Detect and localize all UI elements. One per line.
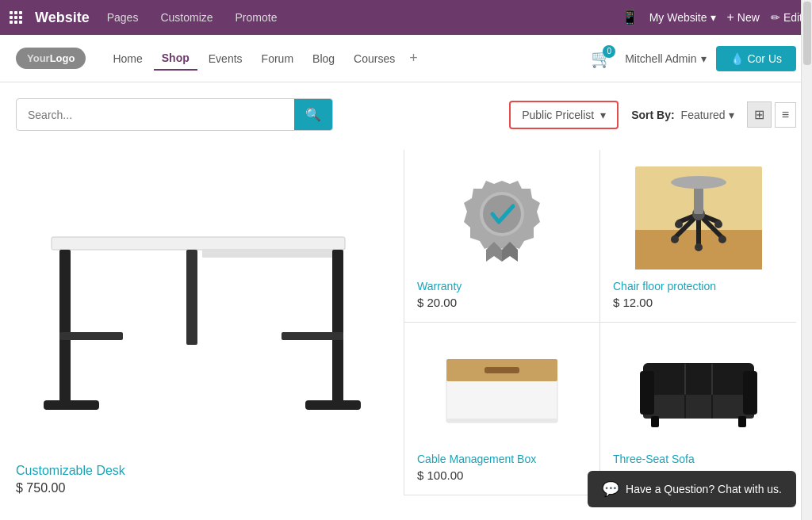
nav-right: Mitchell Admin ▾ 💧 Cor Us (625, 46, 796, 71)
svg-rect-3 (332, 250, 343, 408)
contact-button[interactable]: 💧 Cor Us (716, 46, 796, 71)
svg-point-21 (671, 235, 679, 243)
edit-button[interactable]: ✏ Edit (771, 11, 802, 24)
nav-bar: YourLogo Home Shop Events Forum Blog Cou… (0, 35, 812, 82)
product-price-warranty: $ 20.00 (417, 296, 587, 309)
featured-product-name[interactable]: Customizable Desk (16, 464, 388, 478)
featured-product: Customizable Desk $ 750.00 (16, 150, 404, 495)
add-nav-icon[interactable]: + (406, 47, 421, 70)
view-list-button[interactable]: ≡ (775, 102, 796, 128)
products-grid: Warranty $ 20.00 (404, 150, 796, 495)
svg-rect-36 (743, 371, 757, 415)
logo-area: YourLogo (16, 48, 86, 69)
warranty-image-container (417, 162, 587, 273)
search-input[interactable] (17, 101, 294, 129)
sort-chevron-icon: ▾ (729, 109, 734, 121)
nav-forum[interactable]: Forum (254, 48, 301, 70)
nav-events[interactable]: Events (201, 48, 251, 70)
logo[interactable]: YourLogo (16, 48, 86, 69)
sofa-image-container (613, 335, 783, 446)
svg-rect-4 (44, 400, 99, 410)
chevron-down-icon: ▾ (710, 11, 716, 24)
new-button[interactable]: + New (727, 10, 760, 25)
desk-svg (28, 174, 377, 451)
nav-courses[interactable]: Courses (346, 48, 403, 70)
filter-right: Public Pricelist ▾ Sort By: Featured ▾ ⊞… (509, 101, 796, 129)
admin-nav-pages[interactable]: Pages (102, 8, 144, 27)
nav-links: Home Shop Events Forum Blog Courses + (105, 47, 578, 71)
product-cable: Cable Management Box $ 100.00 (404, 323, 600, 495)
cart-area[interactable]: 🛒 0 (591, 48, 612, 69)
svg-rect-41 (651, 416, 659, 427)
scrollbar[interactable] (801, 0, 812, 520)
svg-point-28 (671, 176, 726, 189)
admin-brand: Website (35, 10, 90, 26)
view-grid-button[interactable]: ⊞ (747, 101, 772, 128)
cable-svg (439, 351, 565, 430)
svg-point-22 (718, 235, 726, 243)
svg-rect-6 (59, 332, 123, 340)
mobile-preview-icon[interactable]: 📱 (621, 9, 638, 26)
svg-rect-29 (446, 379, 557, 422)
pricelist-label: Public Pricelist (522, 109, 594, 121)
svg-rect-1 (202, 250, 343, 258)
sort-select[interactable]: Featured ▾ (681, 109, 734, 121)
products-area: Customizable Desk $ 750.00 (16, 150, 796, 495)
admin-nav-promote[interactable]: Promote (231, 8, 282, 27)
cable-image-container (417, 335, 587, 446)
product-warranty: Warranty $ 20.00 (404, 150, 600, 323)
warranty-badge-svg (462, 170, 542, 266)
main-content: 🔍 Public Pricelist ▾ Sort By: Featured ▾… (0, 82, 812, 511)
scrollbar-thumb[interactable] (803, 2, 811, 65)
search-button[interactable]: 🔍 (294, 99, 332, 130)
svg-rect-8 (186, 250, 197, 345)
product-price-cable: $ 100.00 (417, 468, 587, 482)
svg-rect-33 (643, 363, 754, 399)
chat-widget[interactable]: 💬 Have a Question? Chat with us. (588, 471, 796, 507)
svg-point-11 (483, 195, 521, 233)
product-sofa: Three-Seat Sofa $ 1... (600, 323, 796, 495)
nav-home[interactable]: Home (105, 48, 150, 70)
my-website-button[interactable]: My Website ▾ (649, 11, 716, 24)
chair-svg (635, 166, 762, 270)
admin-nav-customize[interactable]: Customize (155, 8, 217, 27)
filter-bar: 🔍 Public Pricelist ▾ Sort By: Featured ▾… (16, 98, 796, 131)
product-chair: Chair floor protection $ 12.00 (600, 150, 796, 323)
svg-rect-35 (640, 371, 654, 415)
product-price-chair: $ 12.00 (613, 296, 783, 309)
view-toggle: ⊞ ≡ (747, 101, 796, 128)
svg-rect-5 (305, 400, 361, 410)
nav-blog[interactable]: Blog (304, 48, 343, 70)
nav-shop[interactable]: Shop (154, 47, 197, 71)
svg-rect-0 (52, 237, 345, 250)
user-name: Mitchell Admin (625, 52, 696, 65)
svg-point-25 (714, 220, 722, 228)
new-label: New (737, 11, 760, 24)
admin-bar: Website Pages Customize Promote 📱 My Web… (0, 0, 812, 35)
product-name-sofa[interactable]: Three-Seat Sofa (613, 453, 783, 465)
desk-image-container (16, 150, 388, 451)
chat-icon: 💬 (602, 480, 619, 498)
product-name-chair[interactable]: Chair floor protection (613, 280, 783, 292)
svg-rect-2 (59, 250, 71, 408)
svg-rect-7 (282, 332, 343, 340)
svg-rect-42 (738, 416, 746, 427)
svg-point-23 (695, 243, 703, 251)
cart-badge: 0 (603, 45, 615, 58)
featured-product-price: $ 750.00 (16, 481, 388, 495)
sort-value: Featured (681, 109, 726, 121)
sort-area: Sort By: Featured ▾ (631, 109, 734, 121)
pricelist-dropdown[interactable]: Public Pricelist ▾ (509, 101, 619, 129)
grid-menu-icon[interactable] (10, 11, 22, 24)
pricelist-chevron-icon: ▾ (600, 109, 606, 121)
product-name-warranty[interactable]: Warranty (417, 280, 587, 292)
sofa-svg (635, 351, 762, 430)
edit-icon: ✏ (771, 11, 780, 24)
product-name-cable[interactable]: Cable Management Box (417, 453, 587, 465)
contact-drop-icon: 💧 (730, 52, 744, 65)
svg-rect-34 (643, 395, 754, 419)
search-area: 🔍 (16, 98, 333, 131)
svg-rect-32 (446, 419, 557, 422)
user-menu[interactable]: Mitchell Admin ▾ (625, 52, 707, 65)
svg-rect-31 (485, 367, 519, 373)
